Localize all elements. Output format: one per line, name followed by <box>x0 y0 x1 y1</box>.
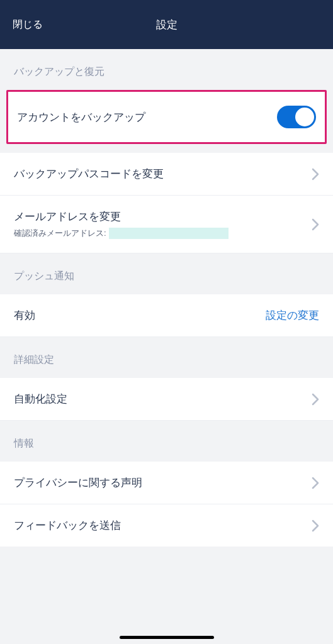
header-bar: 閉じる 設定 <box>0 0 333 49</box>
redacted-email <box>109 228 229 239</box>
automation-label: 自動化設定 <box>14 392 67 406</box>
push-status-label: 有効 <box>14 308 35 323</box>
chevron-right-icon <box>312 218 319 231</box>
toggle-knob <box>295 108 314 126</box>
backup-account-label: アカウントをバックアップ <box>17 110 145 125</box>
change-email-label: メールアドレスを変更 <box>14 209 229 224</box>
privacy-row[interactable]: プライバシーに関する声明 <box>0 462 333 504</box>
backup-account-row[interactable]: アカウントをバックアップ <box>8 92 325 142</box>
close-button[interactable]: 閉じる <box>13 18 43 31</box>
chevron-right-icon <box>312 168 319 180</box>
change-email-sublabel: 確認済みメールアドレス: <box>14 228 229 239</box>
page-title: 設定 <box>156 18 178 32</box>
change-passcode-row[interactable]: バックアップパスコードを変更 <box>0 153 333 196</box>
chevron-right-icon <box>312 477 319 489</box>
push-change-link[interactable]: 設定の変更 <box>266 308 319 323</box>
change-passcode-label: バックアップパスコードを変更 <box>14 167 164 181</box>
backup-account-highlight: アカウントをバックアップ <box>6 90 327 144</box>
chevron-right-icon <box>312 519 319 532</box>
feedback-label: フィードバックを送信 <box>14 518 121 533</box>
section-header-advanced: 詳細設定 <box>0 337 333 378</box>
change-email-row[interactable]: メールアドレスを変更 確認済みメールアドレス: <box>0 196 333 253</box>
home-indicator <box>120 636 214 639</box>
automation-row[interactable]: 自動化設定 <box>0 378 333 421</box>
section-header-info: 情報 <box>0 421 333 462</box>
section-header-push: プッシュ通知 <box>0 253 333 294</box>
push-notification-row: 有効 設定の変更 <box>0 294 333 337</box>
feedback-row[interactable]: フィードバックを送信 <box>0 504 333 547</box>
section-header-backup: バックアップと復元 <box>0 49 333 90</box>
privacy-label: プライバシーに関する声明 <box>14 475 142 490</box>
backup-account-toggle[interactable] <box>277 106 316 128</box>
chevron-right-icon <box>312 393 319 406</box>
